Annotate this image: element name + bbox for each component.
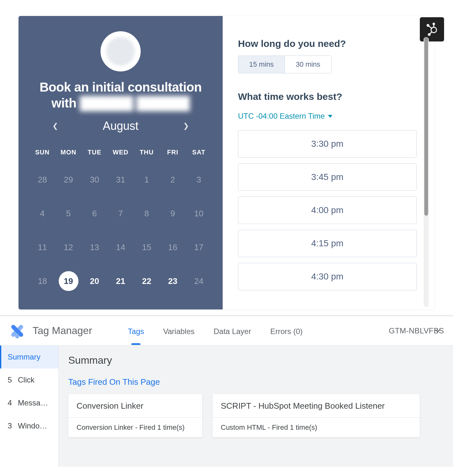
- calendar-panel: Book an initial consultation with ██████…: [19, 16, 223, 309]
- duration-option[interactable]: 30 mins: [285, 56, 331, 73]
- gtm-tab[interactable]: Errors (0): [270, 317, 303, 344]
- gtm-sidebar-item[interactable]: 5Click: [0, 368, 58, 391]
- calendar-day: 2: [160, 166, 186, 193]
- duration-option[interactable]: 15 mins: [238, 56, 285, 73]
- time-slot[interactable]: 4:15 pm: [238, 230, 417, 257]
- gtm-sidebar-index: 5: [8, 376, 18, 384]
- calendar-day[interactable]: 22: [134, 268, 160, 294]
- gtm-tag-meta: Conversion Linker - Fired 1 time(s): [68, 417, 202, 437]
- calendar-day: 1: [134, 166, 160, 193]
- gtm-fired-label: Tags Fired On This Page: [68, 377, 443, 387]
- calendar-day: 24: [186, 268, 212, 294]
- calendar-day: 30: [81, 166, 108, 193]
- duration-toggle: 15 mins30 mins: [238, 56, 331, 73]
- gtm-logo-icon: [9, 323, 26, 339]
- calendar-grid: 2829303112345678910111213141516171819202…: [29, 166, 212, 294]
- gtm-tag-cards: Conversion LinkerConversion Linker - Fir…: [68, 394, 443, 437]
- time-slot-list: 3:30 pm3:45 pm4:00 pm4:15 pm4:30 pm: [238, 130, 417, 290]
- calendar-day[interactable]: 20: [81, 268, 108, 294]
- calendar-day: 11: [29, 234, 56, 261]
- calendar-day[interactable]: 21: [108, 268, 134, 294]
- gtm-title: Tag Manager: [33, 325, 92, 337]
- gtm-tag-meta: Custom HTML - Fired 1 time(s): [212, 417, 420, 437]
- duration-question: How long do you need?: [238, 38, 417, 49]
- calendar-day: 10: [186, 200, 212, 227]
- timezone-label: UTC -04:00 Eastern Time: [238, 112, 325, 121]
- scrollbar-track[interactable]: [424, 37, 429, 307]
- calendar-day: 7: [108, 200, 134, 227]
- calendar-day: 3: [186, 166, 212, 193]
- gtm-sidebar-item[interactable]: 4Messa…: [0, 391, 58, 414]
- gtm-collapse-button[interactable]: [434, 327, 442, 336]
- calendar-day: 17: [186, 234, 212, 261]
- gtm-tag-card[interactable]: SCRIPT - HubSpot Meeting Booked Listener…: [212, 394, 420, 437]
- weekday-label: TUE: [81, 145, 108, 159]
- weekday-label: MON: [56, 145, 82, 159]
- time-panel: How long do you need? 15 mins30 mins Wha…: [223, 16, 434, 309]
- timezone-select[interactable]: UTC -04:00 Eastern Time: [238, 112, 332, 121]
- weekday-label: WED: [108, 145, 134, 159]
- gtm-event-sidebar: Summary5Click4Messa…3Windo…: [0, 346, 59, 467]
- calendar-day: 9: [160, 200, 186, 227]
- calendar-day: 13: [81, 234, 108, 261]
- gtm-debug-panel: Tag Manager TagsVariablesData LayerError…: [0, 315, 453, 467]
- month-label: August: [103, 119, 138, 133]
- calendar-day: 6: [81, 200, 108, 227]
- gtm-sidebar-label: Messa…: [18, 398, 48, 407]
- gtm-sidebar-item[interactable]: 3Windo…: [0, 414, 58, 437]
- time-slot[interactable]: 3:30 pm: [238, 130, 417, 158]
- weekday-label: SUN: [29, 145, 56, 159]
- calendar-day: 5: [56, 200, 82, 227]
- gtm-tab[interactable]: Tags: [127, 317, 145, 344]
- avatar: [100, 31, 141, 71]
- svg-point-9: [15, 334, 19, 338]
- time-question: What time works best?: [238, 91, 417, 102]
- gtm-sidebar-label: Windo…: [18, 421, 47, 430]
- booking-card: Book an initial consultation with ██████…: [19, 16, 434, 309]
- calendar-day: 29: [56, 166, 82, 193]
- booking-heading: Book an initial consultation with ██████…: [29, 79, 212, 111]
- calendar-day: 12: [56, 234, 82, 261]
- calendar-day: 14: [108, 234, 134, 261]
- gtm-header: Tag Manager TagsVariablesData LayerError…: [0, 316, 453, 346]
- gtm-content: Summary Tags Fired On This Page Conversi…: [59, 346, 453, 467]
- gtm-tag-name: SCRIPT - HubSpot Meeting Booked Listener: [212, 394, 420, 417]
- booking-heading-name: ██████ ██████: [80, 95, 190, 111]
- calendar-day: 16: [160, 234, 186, 261]
- caret-down-icon: [328, 115, 332, 118]
- gtm-sidebar-item[interactable]: Summary: [0, 346, 58, 368]
- gtm-tab-bar: TagsVariablesData LayerErrors (0): [127, 317, 303, 344]
- calendar-day: 28: [29, 166, 56, 193]
- weekday-label: FRI: [160, 145, 186, 159]
- calendar-day[interactable]: 19: [56, 268, 82, 294]
- calendar-day[interactable]: 23: [160, 268, 186, 294]
- gtm-sidebar-index: 3: [8, 421, 18, 430]
- weekday-header: SUNMONTUEWEDTHUFRISAT: [29, 145, 212, 159]
- time-slot[interactable]: 3:45 pm: [238, 163, 417, 191]
- weekday-label: THU: [134, 145, 160, 159]
- gtm-tab[interactable]: Variables: [162, 317, 195, 344]
- time-slot[interactable]: 4:00 pm: [238, 197, 417, 224]
- gtm-tag-name: Conversion Linker: [68, 394, 202, 417]
- gtm-sidebar-label: Summary: [8, 353, 41, 361]
- next-month-button[interactable]: ❯: [183, 122, 189, 130]
- time-slot[interactable]: 4:30 pm: [238, 263, 417, 290]
- gtm-sidebar-label: Click: [18, 376, 34, 384]
- gtm-sidebar-index: 4: [8, 398, 18, 407]
- calendar-day: 18: [29, 268, 56, 294]
- prev-month-button[interactable]: ❮: [52, 122, 58, 130]
- calendar-day: 31: [108, 166, 134, 193]
- calendar-day: 15: [134, 234, 160, 261]
- gtm-tab[interactable]: Data Layer: [213, 317, 252, 344]
- calendar-day: 4: [29, 200, 56, 227]
- weekday-label: SAT: [186, 145, 212, 159]
- calendar-day: 8: [134, 200, 160, 227]
- scrollbar-thumb[interactable]: [424, 37, 428, 216]
- chevron-down-icon: [434, 327, 442, 335]
- gtm-tag-card[interactable]: Conversion LinkerConversion Linker - Fir…: [68, 394, 202, 437]
- gtm-content-heading: Summary: [68, 354, 443, 366]
